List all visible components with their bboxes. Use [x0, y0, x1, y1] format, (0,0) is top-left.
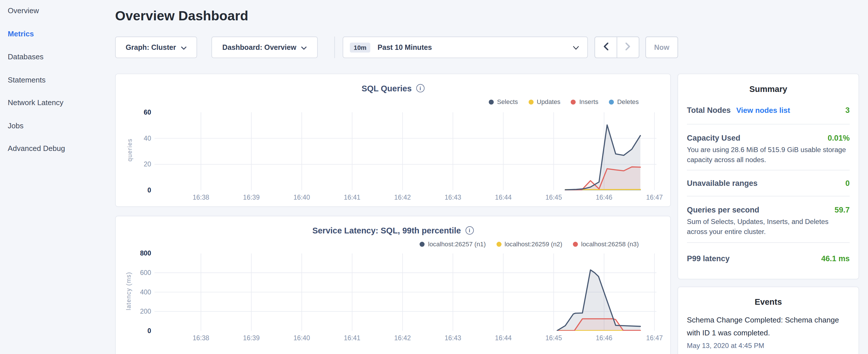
time-next-button[interactable] — [617, 37, 639, 57]
x-axis-tick: 16:44 — [484, 194, 523, 201]
y-axis-label: queries — [126, 111, 133, 189]
y-axis-tick: 40 — [127, 134, 151, 142]
y-axis-tick: 200 — [127, 307, 151, 316]
event-item[interactable]: Schema Change Completed: Schema change w… — [678, 307, 859, 349]
legend-item: localhost:26258 (n3) — [573, 240, 639, 247]
summary-row-label: Total Nodes — [687, 106, 731, 115]
service-latency-plot[interactable] — [154, 254, 656, 331]
y-axis-tick: 60 — [127, 108, 151, 117]
service-latency-chart-panel: Service Latency: SQL, 99th percentile i … — [115, 216, 671, 354]
y-axis-tick: 20 — [127, 160, 151, 169]
summary-row-value: 46.1 ms — [821, 254, 850, 263]
sql-queries-plot[interactable] — [154, 112, 656, 190]
legend-dot-deletes — [609, 99, 614, 104]
legend-dot-n1 — [420, 242, 425, 246]
time-window-badge: 10m — [350, 42, 371, 53]
legend-item: Selects — [489, 99, 518, 105]
legend-label: localhost:26258 (n3) — [581, 240, 639, 247]
dashboard-dropdown[interactable]: Dashboard: Overview — [212, 36, 318, 58]
chevron-down-icon — [301, 43, 307, 52]
chevron-right-icon — [626, 42, 630, 53]
x-axis-tick: 16:47 — [635, 334, 674, 342]
summary-row-value: 0 — [845, 179, 850, 188]
chart-title: Service Latency: SQL, 99th percentile i — [116, 226, 670, 235]
sidebar-item-metrics[interactable]: Metrics — [8, 29, 108, 39]
summary-row-label: Queries per second — [687, 205, 759, 214]
chart-title: SQL Queries i — [116, 84, 670, 93]
legend-dot-n2 — [496, 242, 501, 246]
x-axis-tick: 16:44 — [484, 334, 523, 342]
x-axis-tick: 16:45 — [534, 334, 573, 342]
legend-dot-updates — [528, 99, 533, 104]
view-nodes-list-link[interactable]: View nodes list — [736, 106, 790, 115]
summary-row-value: 0.01% — [828, 133, 850, 142]
y-axis-tick: 0 — [127, 186, 151, 195]
x-axis-tick: 16:47 — [635, 194, 674, 201]
event-timestamp: May 13, 2020 at 4:45 PM — [687, 342, 850, 349]
summary-row-unavailable-ranges: Unavailable ranges 0 — [687, 170, 850, 196]
summary-title: Summary — [678, 74, 859, 94]
sidebar-item-databases[interactable]: Databases — [8, 52, 108, 62]
chart-title-text: SQL Queries — [362, 84, 412, 93]
summary-row-value: 3 — [845, 106, 850, 115]
x-axis-tick: 16:45 — [534, 194, 573, 201]
legend-label: Updates — [537, 99, 560, 105]
legend-label: Inserts — [579, 99, 598, 105]
summary-row-value: 59.7 — [834, 205, 850, 214]
legend-dot-inserts — [571, 99, 576, 104]
toolbar-divider — [334, 36, 335, 58]
time-window-label: Past 10 Minutes — [377, 43, 432, 52]
x-axis-tick: 16:40 — [282, 334, 321, 342]
summary-row-p99-latency: P99 latency 46.1 ms — [687, 243, 850, 272]
chart-title-text: Service Latency: SQL, 99th percentile — [312, 226, 461, 235]
summary-row-queries-per-second: Queries per second 59.7 Sum of Selects, … — [687, 196, 850, 243]
info-icon[interactable]: i — [416, 84, 425, 93]
sidebar-item-jobs[interactable]: Jobs — [8, 121, 108, 131]
graph-scope-dropdown[interactable]: Graph: Cluster — [115, 36, 197, 58]
sidebar-item-network-latency[interactable]: Network Latency — [8, 98, 108, 108]
legend-item: localhost:26259 (n2) — [496, 240, 562, 247]
sidebar-item-statements[interactable]: Statements — [8, 75, 108, 85]
summary-row-capacity-used: Capacity Used 0.01% You are using 28.6 M… — [687, 125, 850, 171]
x-axis-tick: 16:41 — [333, 194, 371, 201]
summary-panel: Summary Total Nodes View nodes list 3 Ca… — [677, 74, 859, 280]
x-axis-tick: 16:38 — [182, 334, 220, 342]
legend-label: Deletes — [617, 99, 639, 105]
chart-legend: localhost:26257 (n1) localhost:26259 (n2… — [420, 240, 639, 247]
chevron-down-icon — [573, 43, 579, 52]
dashboard-label: Dashboard: Overview — [222, 43, 296, 52]
time-prev-button[interactable] — [595, 37, 617, 57]
info-icon[interactable]: i — [465, 226, 474, 234]
legend-label: localhost:26259 (n2) — [505, 240, 562, 247]
x-axis-tick: 16:39 — [232, 194, 271, 201]
event-message: Schema Change Completed: Schema change w… — [687, 314, 850, 340]
page-title: Overview Dashboard — [115, 8, 248, 24]
events-title: Events — [678, 287, 859, 307]
chevron-left-icon — [603, 42, 608, 53]
graph-scope-label: Graph: Cluster — [125, 43, 176, 52]
x-axis-tick: 16:42 — [383, 194, 422, 201]
summary-row-total-nodes: Total Nodes View nodes list 3 — [687, 93, 850, 124]
x-axis-tick: 16:42 — [383, 334, 422, 342]
sidebar-item-overview[interactable]: Overview — [8, 6, 108, 16]
y-axis-tick: 600 — [127, 268, 151, 277]
legend-label: Selects — [497, 99, 518, 105]
now-button[interactable]: Now — [645, 36, 678, 58]
x-axis-tick: 16:43 — [434, 334, 472, 342]
x-axis-tick: 16:43 — [434, 194, 472, 201]
x-axis-tick: 16:41 — [333, 334, 371, 342]
legend-item: Inserts — [571, 99, 598, 105]
summary-row-description: Sum of Selects, Updates, Inserts, and De… — [687, 217, 850, 237]
x-axis-tick: 16:46 — [585, 334, 623, 342]
x-axis-tick: 16:46 — [585, 194, 623, 201]
chart-legend: Selects Updates Inserts Deletes — [489, 99, 639, 105]
sidebar-item-advanced-debug[interactable]: Advanced Debug — [8, 144, 108, 154]
x-axis-tick: 16:39 — [232, 334, 271, 342]
summary-row-label: P99 latency — [687, 254, 730, 263]
legend-label: localhost:26257 (n1) — [428, 240, 486, 247]
y-axis-tick: 800 — [127, 249, 151, 258]
time-window-selector[interactable]: 10m Past 10 Minutes — [343, 36, 588, 58]
time-step-buttons — [595, 36, 639, 58]
y-axis-tick: 0 — [127, 326, 151, 335]
legend-dot-n3 — [573, 242, 578, 246]
